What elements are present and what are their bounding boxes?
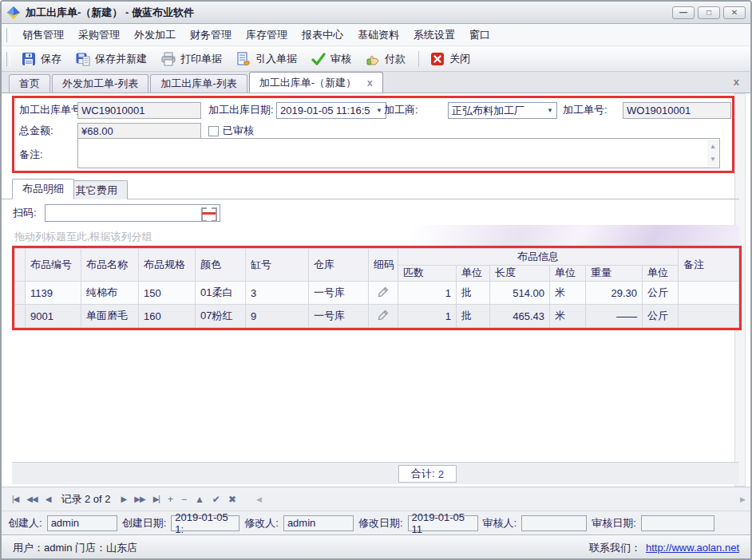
col-header-color[interactable]: 颜色 [196, 249, 246, 282]
menu-inventory[interactable]: 库存管理 [239, 25, 295, 45]
scroll-down-icon[interactable]: ▼ [707, 152, 718, 167]
nav-last-icon[interactable]: ▶| [149, 495, 164, 503]
cell-pieces-unit[interactable]: 批 [457, 305, 490, 328]
close-form-button[interactable]: 关闭 [424, 49, 478, 69]
col-group-header-fabric-info[interactable]: 布品信息 [398, 249, 679, 266]
horizontal-scrollbar[interactable]: ◀ ▶ [251, 493, 750, 506]
col-header-weight-unit[interactable]: 单位 [643, 265, 679, 282]
fine-code-edit-icon[interactable] [369, 305, 398, 328]
table-row[interactable]: 1139 纯棉布 150 01柔白 3 一号库 1 批 514.00 米 29.… [15, 282, 739, 305]
cell-color[interactable]: 01柔白 [196, 282, 246, 305]
cell-length-unit[interactable]: 米 [550, 282, 586, 305]
scroll-left-icon[interactable]: ◀ [256, 495, 262, 503]
group-by-panel[interactable]: 拖动列标题至此,根据该列分组 [2, 225, 739, 246]
cell-spec[interactable]: 160 [139, 305, 196, 328]
cell-length[interactable]: 514.00 [490, 282, 550, 305]
modifier-field[interactable]: admin [283, 515, 354, 531]
creator-field[interactable]: admin [47, 515, 117, 531]
tab-close-icon[interactable]: x [367, 77, 373, 89]
nav-confirm-icon[interactable]: ✔ [208, 494, 224, 505]
cell-vat[interactable]: 9 [246, 305, 309, 328]
cell-weight[interactable]: 29.30 [586, 282, 643, 305]
cell-code[interactable]: 9001 [26, 305, 81, 328]
col-header-fine-code[interactable]: 细码 [369, 249, 398, 282]
col-header-pieces[interactable]: 匹数 [398, 265, 457, 282]
col-header-vat[interactable]: 缸号 [246, 249, 309, 282]
barcode-scan-icon[interactable] [201, 207, 217, 219]
order-date-combobox[interactable]: 2019-01-05 11:16:5 ▼ [276, 102, 386, 119]
remarks-textarea[interactable]: ▲ ▼ [77, 138, 720, 168]
menu-reports[interactable]: 报表中心 [295, 25, 350, 45]
audit-date-field[interactable] [641, 515, 714, 531]
cell-pieces[interactable]: 1 [398, 305, 457, 328]
nav-edit-icon[interactable]: ▲ [191, 494, 208, 505]
col-header-weight[interactable]: 重量 [586, 265, 643, 282]
total-amount-field[interactable]: ¥68.00 [77, 123, 201, 140]
audited-checkbox[interactable] [208, 126, 219, 136]
col-header-code[interactable]: 布品编号 [26, 249, 81, 282]
save-and-new-button[interactable]: 保存并新建 [69, 49, 155, 69]
tab-other-fees[interactable]: 其它费用 [65, 180, 128, 199]
cell-pieces-unit[interactable]: 批 [457, 282, 490, 305]
cell-warehouse[interactable]: 一号库 [309, 282, 369, 305]
nav-first-icon[interactable]: |◀ [8, 495, 22, 503]
col-header-spec[interactable]: 布品规格 [139, 249, 196, 282]
scan-input[interactable] [45, 204, 220, 222]
processor-combobox[interactable]: 正弘布料加工厂 ▼ [448, 102, 557, 119]
cell-weight[interactable]: —— [586, 305, 643, 328]
tab-panel-close-icon[interactable]: x [734, 76, 739, 88]
cell-weight-unit[interactable]: 公斤 [643, 282, 679, 305]
minimize-button[interactable]: — [672, 6, 695, 19]
print-button[interactable]: 打印单据 [155, 49, 230, 69]
col-header-length-unit[interactable]: 单位 [550, 265, 586, 282]
cell-color[interactable]: 07粉红 [196, 305, 246, 328]
create-date-field[interactable]: 2019-01-05 1: [171, 515, 239, 531]
cell-name[interactable]: 单面磨毛 [81, 305, 139, 328]
save-button[interactable]: 保存 [15, 49, 69, 69]
nav-append-icon[interactable]: + [164, 494, 177, 505]
nav-delete-icon[interactable]: − [177, 494, 191, 505]
cell-spec[interactable]: 150 [139, 282, 196, 305]
menu-window[interactable]: 窗口 [462, 25, 497, 45]
menu-purchase[interactable]: 采购管理 [71, 25, 127, 45]
audit-button[interactable]: 审核 [305, 49, 359, 69]
col-header-warehouse[interactable]: 仓库 [309, 249, 369, 282]
nav-prev-page-icon[interactable]: ◀◀ [22, 495, 41, 503]
scroll-right-icon[interactable]: ▶ [740, 495, 746, 503]
nav-next-icon[interactable]: ▶ [117, 495, 131, 503]
tab-outsourcing-list[interactable]: 外发加工单-列表 [52, 74, 148, 93]
work-order-no-field[interactable]: WO19010001 [623, 102, 731, 119]
cell-length-unit[interactable]: 米 [550, 305, 586, 328]
import-button[interactable]: 引入单据 [230, 49, 305, 69]
cell-code[interactable]: 1139 [26, 282, 81, 305]
maximize-button[interactable]: □ [698, 6, 720, 19]
menu-settings[interactable]: 系统设置 [406, 25, 462, 45]
menu-finance[interactable]: 财务管理 [183, 25, 239, 45]
close-button[interactable]: ✕ [723, 6, 746, 19]
cell-warehouse[interactable]: 一号库 [309, 305, 369, 328]
cell-length[interactable]: 465.43 [490, 305, 550, 328]
cell-name[interactable]: 纯棉布 [81, 282, 139, 305]
cell-weight-unit[interactable]: 公斤 [643, 305, 679, 328]
col-header-name[interactable]: 布品名称 [81, 249, 139, 282]
modify-date-field[interactable]: 2019-01-05 11 [408, 515, 478, 531]
table-row[interactable]: 9001 单面磨毛 160 07粉红 9 一号库 1 批 465.43 米 ——… [15, 305, 739, 328]
nav-next-page-icon[interactable]: ▶▶ [130, 495, 148, 503]
menu-sales[interactable]: 销售管理 [15, 25, 71, 45]
cell-pieces[interactable]: 1 [398, 282, 457, 305]
order-no-field[interactable]: WC19010001 [77, 102, 201, 119]
cell-remark[interactable] [679, 282, 739, 305]
cell-vat[interactable]: 3 [246, 282, 309, 305]
col-header-length[interactable]: 长度 [490, 265, 550, 282]
nav-cancel-icon[interactable]: ✖ [224, 494, 240, 505]
tab-home[interactable]: 首页 [9, 74, 50, 93]
tab-fabric-detail[interactable]: 布品明细 [12, 179, 74, 199]
tab-outbound-list[interactable]: 加工出库单-列表 [150, 74, 247, 93]
fine-code-edit-icon[interactable] [369, 282, 398, 305]
tab-outbound-new[interactable]: 加工出库单-（新建） x [249, 72, 383, 93]
pay-button[interactable]: 付款 [359, 49, 414, 69]
website-link[interactable]: http://www.aolan.net [646, 542, 739, 554]
nav-prev-icon[interactable]: ◀ [42, 495, 55, 503]
col-header-remark[interactable]: 备注 [679, 249, 739, 282]
col-header-pieces-unit[interactable]: 单位 [457, 265, 490, 282]
